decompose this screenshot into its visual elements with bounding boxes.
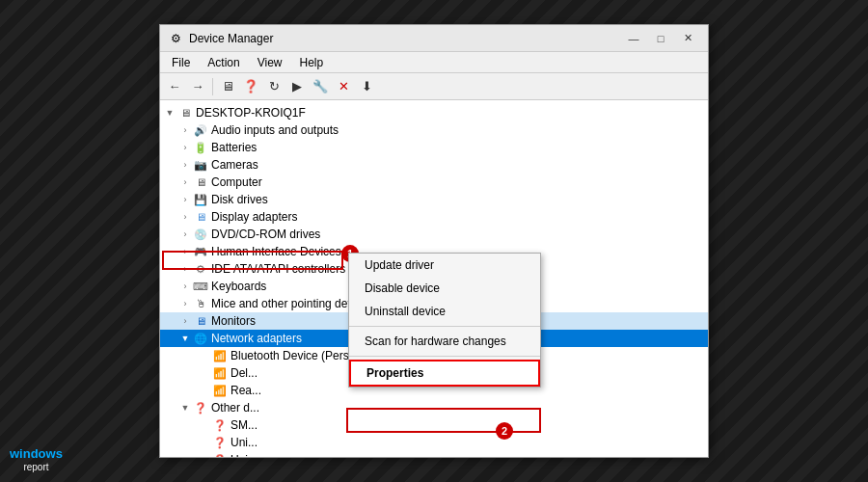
menu-file[interactable]: File <box>164 54 198 71</box>
other3-label: Uni... <box>231 453 258 457</box>
wr-logo-report: report <box>23 462 48 472</box>
ctx-scan-hardware[interactable]: Scan for hardware changes <box>349 330 540 353</box>
other2-label: Uni... <box>231 436 258 449</box>
tree-item-display[interactable]: › 🖥 Display adapters <box>160 208 708 226</box>
minimize-button[interactable]: — <box>621 29 646 48</box>
network-label: Network adapters <box>211 332 302 345</box>
tree-item-other2[interactable]: ❓ Uni... <box>160 434 708 451</box>
audio-icon: 🔊 <box>193 122 208 138</box>
other1-icon: ❓ <box>212 417 228 433</box>
toolbar: ← → 🖥 ❓ ↻ ▶ 🔧 ✕ ⬇ <box>160 73 708 100</box>
sub3-icon: 📶 <box>212 383 228 398</box>
toolbar-remove[interactable]: ✕ <box>333 76 354 97</box>
window-controls: — □ ✕ <box>621 29 700 48</box>
sub2-label: Del... <box>231 366 258 380</box>
keyboards-icon: ⌨ <box>193 279 208 294</box>
no-expand-sub3 <box>199 385 210 396</box>
title-bar-icon: ⚙ <box>168 31 183 46</box>
ctx-update-driver[interactable]: Update driver <box>349 254 540 277</box>
expand-cameras[interactable]: › <box>179 159 191 171</box>
toolbar-back[interactable]: ← <box>164 76 185 97</box>
no-expand-other1 <box>199 419 210 431</box>
expand-audio[interactable]: › <box>179 124 191 136</box>
close-button[interactable]: ✕ <box>675 29 700 48</box>
other-label: Other d... <box>211 401 259 415</box>
dvd-icon: 💿 <box>193 227 208 242</box>
mice-icon: 🖱 <box>193 296 208 311</box>
ctx-properties[interactable]: Properties <box>349 360 540 387</box>
toolbar-properties[interactable]: ▶ <box>286 76 308 97</box>
tree-item-batteries[interactable]: › 🔋 Batteries <box>160 139 708 156</box>
no-expand-sub2 <box>199 367 210 379</box>
other2-icon: ❓ <box>212 435 228 450</box>
expand-monitors[interactable]: › <box>179 315 191 327</box>
ide-icon: ⚙ <box>193 261 208 277</box>
expand-keyboards[interactable]: › <box>179 281 191 292</box>
content-area: ▼ 🖥 DESKTOP-KROIQ1F › 🔊 Audio inputs and… <box>160 100 708 457</box>
ctx-uninstall-device[interactable]: Uninstall device <box>349 300 540 323</box>
tree-item-other[interactable]: ▼ ❓ Other d... <box>160 399 708 416</box>
expand-ide[interactable]: › <box>179 263 191 275</box>
expand-root[interactable]: ▼ <box>164 107 176 119</box>
ctx-separator-2 <box>349 356 540 357</box>
other-icon: ❓ <box>193 400 208 415</box>
batteries-label: Batteries <box>211 141 257 154</box>
tree-item-dvd[interactable]: › 💿 DVD/CD-ROM drives <box>160 226 708 243</box>
monitors-label: Monitors <box>211 314 256 328</box>
computer-label: Computer <box>211 175 262 189</box>
tree-item-computer[interactable]: › 🖥 Computer <box>160 174 708 191</box>
maximize-button[interactable]: □ <box>648 29 673 48</box>
tree-item-other3[interactable]: ❓ Uni... <box>160 451 708 457</box>
monitors-icon: 🖥 <box>193 313 208 329</box>
wr-logo-windows: windows <box>10 446 63 462</box>
sub2-icon: 📶 <box>212 365 228 381</box>
ctx-disable-device[interactable]: Disable device <box>349 277 540 300</box>
toolbar-help[interactable]: ❓ <box>240 76 261 97</box>
tree-item-audio[interactable]: › 🔊 Audio inputs and outputs <box>160 121 708 139</box>
no-expand-sub1 <box>199 350 210 362</box>
menu-action[interactable]: Action <box>200 54 247 71</box>
tree-item-cameras[interactable]: › 📷 Cameras <box>160 156 708 174</box>
expand-dvd[interactable]: › <box>179 228 191 240</box>
expand-computer[interactable]: › <box>179 176 191 188</box>
dvd-label: DVD/CD-ROM drives <box>211 228 320 241</box>
root-icon: 🖥 <box>177 105 193 120</box>
disk-label: Disk drives <box>211 193 268 206</box>
toolbar-separator-1 <box>212 78 213 95</box>
ctx-separator-1 <box>349 326 540 327</box>
tree-item-disk[interactable]: › 💾 Disk drives <box>160 191 708 208</box>
tree-item-other1[interactable]: ❓ SM... <box>160 416 708 434</box>
display-label: Display adapters <box>211 210 297 224</box>
network-icon: 🌐 <box>193 331 208 346</box>
toolbar-update[interactable]: 🔧 <box>310 76 331 97</box>
no-expand-other3 <box>199 454 210 457</box>
toolbar-scan[interactable]: ↻ <box>263 76 285 97</box>
expand-disk[interactable]: › <box>179 194 191 205</box>
toolbar-down[interactable]: ⬇ <box>356 76 377 97</box>
sub3-label: Rea... <box>231 384 261 397</box>
computer-icon: 🖥 <box>193 174 208 190</box>
title-bar: ⚙ Device Manager — □ ✕ <box>160 25 708 52</box>
expand-hid[interactable]: › <box>179 246 191 257</box>
toolbar-forward[interactable]: → <box>187 76 208 97</box>
title-bar-text: Device Manager <box>189 32 621 45</box>
expand-mice[interactable]: › <box>179 298 191 309</box>
ide-label: IDE ATA/ATAPI controllers <box>211 262 345 276</box>
menu-bar: File Action View Help <box>160 52 708 73</box>
tree-root[interactable]: ▼ 🖥 DESKTOP-KROIQ1F <box>160 104 708 121</box>
keyboards-label: Keyboards <box>211 280 266 293</box>
cameras-label: Cameras <box>211 158 258 172</box>
menu-help[interactable]: Help <box>292 54 332 71</box>
expand-display[interactable]: › <box>179 211 191 223</box>
other3-icon: ❓ <box>212 452 228 457</box>
no-expand-other2 <box>199 437 210 448</box>
expand-other[interactable]: ▼ <box>179 402 191 414</box>
hid-label: Human Interface Devices <box>211 245 341 258</box>
menu-view[interactable]: View <box>250 54 290 71</box>
toolbar-device-manager[interactable]: 🖥 <box>217 76 238 97</box>
badge-2: 2 <box>496 422 513 440</box>
expand-network[interactable]: ▼ <box>179 333 191 344</box>
expand-batteries[interactable]: › <box>179 142 191 153</box>
display-icon: 🖥 <box>193 209 208 225</box>
context-menu: Update driver Disable device Uninstall d… <box>348 253 541 388</box>
